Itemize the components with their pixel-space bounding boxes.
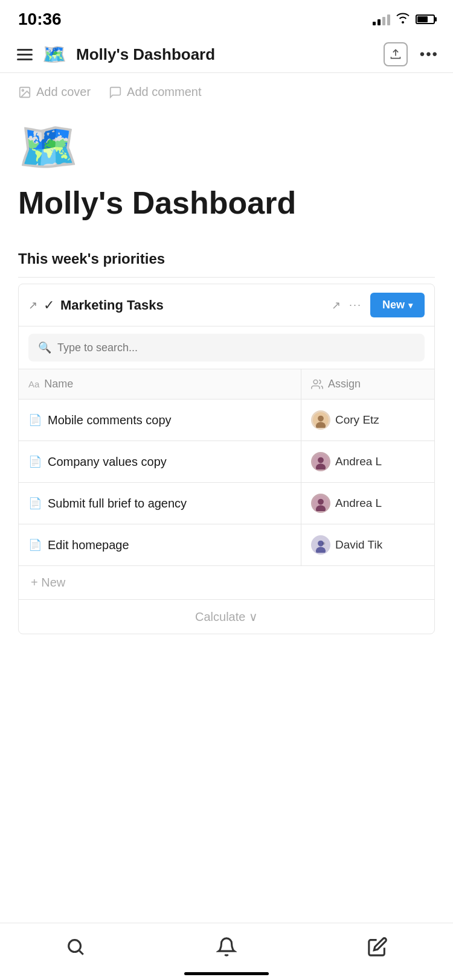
db-title: Marketing Tasks — [60, 298, 164, 313]
svg-point-1 — [22, 89, 24, 91]
wifi-icon — [396, 13, 410, 27]
avatar-david — [311, 535, 330, 555]
compose-nav-button[interactable] — [355, 932, 400, 962]
assign-col-icon — [311, 378, 323, 390]
svg-point-10 — [318, 499, 324, 505]
doc-icon: 📄 — [28, 413, 42, 427]
table-row[interactable]: 📄 Submit full brief to agency Andrea L — [19, 483, 434, 524]
new-btn-chevron: ▾ — [408, 301, 413, 310]
cell-name-0: 📄 Mobile comments copy — [19, 399, 301, 441]
home-indicator — [184, 972, 269, 975]
add-new-label: + New — [31, 576, 65, 590]
search-row: 🔍 — [19, 326, 434, 369]
db-title-row: ↗ ✓ Marketing Tasks — [28, 298, 164, 313]
avatar-andrea — [311, 452, 330, 471]
assignee-name-3: David Tik — [335, 538, 382, 552]
avatar-cory — [311, 410, 330, 430]
col-name-icon: Aa — [28, 379, 39, 389]
add-new-row-button[interactable]: + New — [19, 566, 434, 600]
row-name-0: Mobile comments copy — [48, 413, 172, 427]
new-button[interactable]: New ▾ — [370, 293, 425, 317]
doc-icon: 📄 — [28, 538, 42, 552]
db-link-arrow-icon: ↗ — [28, 299, 37, 312]
col-header-assign: Assign — [301, 369, 434, 399]
add-cover-label: Add cover — [36, 85, 91, 99]
db-actions-row: ↗ ··· New ▾ — [332, 293, 425, 317]
notifications-nav-button[interactable] — [204, 932, 249, 962]
search-icon: 🔍 — [38, 341, 51, 354]
assignee-name-0: Cory Etz — [335, 413, 379, 427]
doc-icon: 📄 — [28, 455, 42, 468]
svg-point-4 — [318, 416, 324, 422]
section-heading: This week's priorities — [18, 250, 435, 267]
bottom-nav — [0, 923, 453, 980]
search-nav-button[interactable] — [53, 932, 98, 962]
column-headers: Aa Name Assign — [19, 369, 434, 399]
database-block: ↗ ✓ Marketing Tasks ↗ ··· New ▾ 🔍 — [18, 284, 435, 634]
row-name-2: Submit full brief to agency — [48, 497, 187, 511]
hamburger-menu-button[interactable] — [14, 46, 35, 63]
expand-icon[interactable]: ↗ — [332, 299, 341, 312]
nav-title: Molly's Dashboard — [76, 45, 376, 64]
page-emoji: 🗺️ — [18, 121, 435, 174]
status-bar: 10:36 — [0, 0, 453, 36]
status-time: 10:36 — [18, 10, 62, 29]
cell-name-1: 📄 Company values copy — [19, 441, 301, 482]
cell-assign-2: Andrea L — [301, 483, 434, 524]
add-comment-button[interactable]: Add comment — [109, 85, 201, 99]
top-nav: 🗺️ Molly's Dashboard ••• — [0, 36, 453, 73]
table-row[interactable]: 📄 Company values copy Andrea L — [19, 441, 434, 483]
action-row: Add cover Add comment — [18, 85, 435, 99]
calculate-button[interactable]: Calculate ∨ — [19, 600, 434, 634]
avatar-andrea-2 — [311, 494, 330, 513]
cell-name-2: 📄 Submit full brief to agency — [19, 483, 301, 524]
row-name-3: Edit homepage — [48, 538, 129, 552]
svg-point-15 — [322, 542, 325, 545]
cell-assign-0: Cory Etz — [301, 399, 434, 441]
cell-name-3: 📄 Edit homepage — [19, 524, 301, 565]
content-area: Add cover Add comment 🗺️ Molly's Dashboa… — [0, 73, 453, 658]
svg-point-7 — [318, 457, 324, 463]
col-header-name: Aa Name — [19, 369, 301, 399]
divider — [18, 277, 435, 278]
search-nav-icon — [65, 937, 86, 957]
add-comment-label: Add comment — [127, 85, 201, 99]
db-check-icon: ✓ — [43, 298, 54, 313]
share-button[interactable] — [384, 42, 408, 66]
table-row[interactable]: 📄 Mobile comments copy Cory Etz — [19, 399, 434, 441]
add-cover-button[interactable]: Add cover — [18, 85, 91, 99]
col-assign-label: Assign — [328, 378, 361, 390]
cell-assign-3: David Tik — [301, 524, 434, 565]
assignee-name-1: Andrea L — [335, 455, 382, 468]
svg-point-2 — [313, 380, 318, 384]
db-header-row: ↗ ✓ Marketing Tasks ↗ ··· New ▾ — [19, 284, 434, 326]
search-input-wrap: 🔍 — [28, 334, 425, 361]
edit-nav-icon — [367, 937, 388, 957]
row-name-1: Company values copy — [48, 455, 167, 469]
nav-actions: ••• — [384, 42, 439, 66]
status-icons — [373, 13, 435, 27]
table-row[interactable]: 📄 Edit homepage David Tik — [19, 524, 434, 566]
db-more-button[interactable]: ··· — [349, 299, 362, 311]
svg-point-16 — [69, 940, 81, 952]
doc-icon: 📄 — [28, 497, 42, 510]
col-name-label: Name — [44, 378, 73, 390]
search-input[interactable] — [57, 342, 415, 354]
calculate-label: Calculate ∨ — [195, 609, 258, 624]
nav-page-icon: 🗺️ — [42, 43, 66, 66]
page-title: Molly's Dashboard — [18, 186, 435, 220]
more-options-button[interactable]: ••• — [420, 46, 439, 63]
assignee-name-2: Andrea L — [335, 497, 382, 510]
battery-icon — [416, 14, 435, 24]
signal-icon — [373, 13, 390, 25]
cell-assign-1: Andrea L — [301, 441, 434, 482]
bell-nav-icon — [216, 937, 237, 957]
